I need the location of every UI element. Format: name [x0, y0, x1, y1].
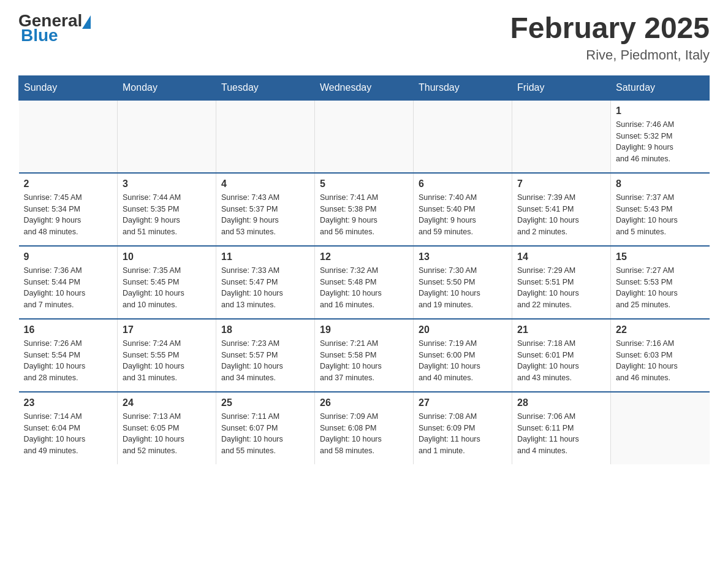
- calendar-cell: 22Sunrise: 7:16 AM Sunset: 6:03 PM Dayli…: [611, 319, 710, 392]
- title-section: February 2025 Rive, Piedmont, Italy: [510, 12, 710, 63]
- calendar-cell: [118, 100, 216, 173]
- day-number: 11: [221, 251, 309, 262]
- day-info: Sunrise: 7:35 AM Sunset: 5:45 PM Dayligh…: [123, 265, 211, 311]
- day-number: 16: [24, 324, 113, 335]
- day-number: 9: [24, 251, 113, 262]
- calendar-cell: 14Sunrise: 7:29 AM Sunset: 5:51 PM Dayli…: [512, 246, 611, 319]
- day-number: 28: [517, 397, 605, 408]
- calendar-cell: 18Sunrise: 7:23 AM Sunset: 5:57 PM Dayli…: [216, 319, 315, 392]
- calendar-cell: 28Sunrise: 7:06 AM Sunset: 6:11 PM Dayli…: [512, 392, 611, 464]
- calendar-cell: 23Sunrise: 7:14 AM Sunset: 6:04 PM Dayli…: [19, 392, 118, 464]
- calendar-subtitle: Rive, Piedmont, Italy: [510, 47, 710, 63]
- calendar-cell: [512, 100, 611, 173]
- calendar-cell: 8Sunrise: 7:37 AM Sunset: 5:43 PM Daylig…: [611, 173, 710, 246]
- calendar-cell: [216, 100, 315, 173]
- calendar-cell: 4Sunrise: 7:43 AM Sunset: 5:37 PM Daylig…: [216, 173, 315, 246]
- day-number: 10: [123, 251, 211, 262]
- calendar-cell: 21Sunrise: 7:18 AM Sunset: 6:01 PM Dayli…: [512, 319, 611, 392]
- weekday-header-thursday: Thursday: [414, 75, 512, 100]
- day-info: Sunrise: 7:41 AM Sunset: 5:38 PM Dayligh…: [320, 192, 408, 238]
- calendar-cell: 20Sunrise: 7:19 AM Sunset: 6:00 PM Dayli…: [414, 319, 512, 392]
- calendar-cell: 6Sunrise: 7:40 AM Sunset: 5:40 PM Daylig…: [414, 173, 512, 246]
- day-number: 17: [123, 324, 211, 335]
- day-number: 15: [616, 251, 705, 262]
- calendar-cell: 16Sunrise: 7:26 AM Sunset: 5:54 PM Dayli…: [19, 319, 118, 392]
- calendar-cell: [315, 100, 414, 173]
- day-info: Sunrise: 7:29 AM Sunset: 5:51 PM Dayligh…: [517, 265, 605, 311]
- day-info: Sunrise: 7:23 AM Sunset: 5:57 PM Dayligh…: [221, 338, 309, 384]
- calendar-cell: 5Sunrise: 7:41 AM Sunset: 5:38 PM Daylig…: [315, 173, 414, 246]
- day-number: 13: [419, 251, 507, 262]
- weekday-header-monday: Monday: [118, 75, 216, 100]
- day-info: Sunrise: 7:37 AM Sunset: 5:43 PM Dayligh…: [616, 192, 705, 238]
- calendar-cell: 3Sunrise: 7:44 AM Sunset: 5:35 PM Daylig…: [118, 173, 216, 246]
- day-info: Sunrise: 7:08 AM Sunset: 6:09 PM Dayligh…: [419, 411, 507, 457]
- calendar-cell: 25Sunrise: 7:11 AM Sunset: 6:07 PM Dayli…: [216, 392, 315, 464]
- week-row-2: 2Sunrise: 7:45 AM Sunset: 5:34 PM Daylig…: [19, 173, 710, 246]
- day-info: Sunrise: 7:19 AM Sunset: 6:00 PM Dayligh…: [419, 338, 507, 384]
- day-number: 3: [123, 178, 211, 190]
- day-number: 5: [320, 178, 408, 190]
- day-info: Sunrise: 7:39 AM Sunset: 5:41 PM Dayligh…: [517, 192, 605, 238]
- day-number: 18: [221, 324, 309, 335]
- day-info: Sunrise: 7:30 AM Sunset: 5:50 PM Dayligh…: [419, 265, 507, 311]
- weekday-header-tuesday: Tuesday: [216, 75, 315, 100]
- day-number: 12: [320, 251, 408, 262]
- calendar-cell: 9Sunrise: 7:36 AM Sunset: 5:44 PM Daylig…: [19, 246, 118, 319]
- day-number: 2: [24, 178, 113, 190]
- calendar-cell: 11Sunrise: 7:33 AM Sunset: 5:47 PM Dayli…: [216, 246, 315, 319]
- day-number: 14: [517, 251, 605, 262]
- day-number: 27: [419, 397, 507, 408]
- day-info: Sunrise: 7:14 AM Sunset: 6:04 PM Dayligh…: [24, 411, 113, 457]
- calendar-cell: 1Sunrise: 7:46 AM Sunset: 5:32 PM Daylig…: [611, 100, 710, 173]
- day-info: Sunrise: 7:09 AM Sunset: 6:08 PM Dayligh…: [320, 411, 408, 457]
- day-info: Sunrise: 7:27 AM Sunset: 5:53 PM Dayligh…: [616, 265, 705, 311]
- day-number: 8: [616, 178, 705, 190]
- calendar-cell: [611, 392, 710, 464]
- day-number: 6: [419, 178, 507, 190]
- calendar-table: SundayMondayTuesdayWednesdayThursdayFrid…: [18, 75, 710, 464]
- logo-blue: Blue: [21, 27, 58, 44]
- calendar-cell: 19Sunrise: 7:21 AM Sunset: 5:58 PM Dayli…: [315, 319, 414, 392]
- day-number: 24: [123, 397, 211, 408]
- day-info: Sunrise: 7:44 AM Sunset: 5:35 PM Dayligh…: [123, 192, 211, 238]
- day-info: Sunrise: 7:43 AM Sunset: 5:37 PM Dayligh…: [221, 192, 309, 238]
- day-info: Sunrise: 7:16 AM Sunset: 6:03 PM Dayligh…: [616, 338, 705, 384]
- weekday-header-friday: Friday: [512, 75, 611, 100]
- day-info: Sunrise: 7:21 AM Sunset: 5:58 PM Dayligh…: [320, 338, 408, 384]
- day-info: Sunrise: 7:46 AM Sunset: 5:32 PM Dayligh…: [616, 119, 705, 165]
- page-header: General Blue February 2025 Rive, Piedmon…: [18, 12, 710, 63]
- weekday-header-wednesday: Wednesday: [315, 75, 414, 100]
- day-info: Sunrise: 7:32 AM Sunset: 5:48 PM Dayligh…: [320, 265, 408, 311]
- weekday-header-row: SundayMondayTuesdayWednesdayThursdayFrid…: [19, 75, 710, 100]
- calendar-cell: 26Sunrise: 7:09 AM Sunset: 6:08 PM Dayli…: [315, 392, 414, 464]
- calendar-body: 1Sunrise: 7:46 AM Sunset: 5:32 PM Daylig…: [19, 100, 710, 464]
- calendar-cell: [414, 100, 512, 173]
- day-number: 7: [517, 178, 605, 190]
- day-info: Sunrise: 7:18 AM Sunset: 6:01 PM Dayligh…: [517, 338, 605, 384]
- calendar-title: February 2025: [510, 12, 710, 45]
- week-row-5: 23Sunrise: 7:14 AM Sunset: 6:04 PM Dayli…: [19, 392, 710, 464]
- day-info: Sunrise: 7:45 AM Sunset: 5:34 PM Dayligh…: [24, 192, 113, 238]
- calendar-cell: 27Sunrise: 7:08 AM Sunset: 6:09 PM Dayli…: [414, 392, 512, 464]
- day-number: 21: [517, 324, 605, 335]
- day-info: Sunrise: 7:24 AM Sunset: 5:55 PM Dayligh…: [123, 338, 211, 384]
- day-info: Sunrise: 7:40 AM Sunset: 5:40 PM Dayligh…: [419, 192, 507, 238]
- day-number: 4: [221, 178, 309, 190]
- calendar-cell: 12Sunrise: 7:32 AM Sunset: 5:48 PM Dayli…: [315, 246, 414, 319]
- calendar-cell: 10Sunrise: 7:35 AM Sunset: 5:45 PM Dayli…: [118, 246, 216, 319]
- week-row-4: 16Sunrise: 7:26 AM Sunset: 5:54 PM Dayli…: [19, 319, 710, 392]
- day-number: 25: [221, 397, 309, 408]
- calendar-cell: 13Sunrise: 7:30 AM Sunset: 5:50 PM Dayli…: [414, 246, 512, 319]
- day-info: Sunrise: 7:13 AM Sunset: 6:05 PM Dayligh…: [123, 411, 211, 457]
- calendar-cell: 2Sunrise: 7:45 AM Sunset: 5:34 PM Daylig…: [19, 173, 118, 246]
- day-info: Sunrise: 7:11 AM Sunset: 6:07 PM Dayligh…: [221, 411, 309, 457]
- calendar-cell: 15Sunrise: 7:27 AM Sunset: 5:53 PM Dayli…: [611, 246, 710, 319]
- calendar-cell: 7Sunrise: 7:39 AM Sunset: 5:41 PM Daylig…: [512, 173, 611, 246]
- weekday-header-sunday: Sunday: [19, 75, 118, 100]
- calendar-cell: 17Sunrise: 7:24 AM Sunset: 5:55 PM Dayli…: [118, 319, 216, 392]
- calendar-cell: [19, 100, 118, 173]
- week-row-3: 9Sunrise: 7:36 AM Sunset: 5:44 PM Daylig…: [19, 246, 710, 319]
- day-info: Sunrise: 7:33 AM Sunset: 5:47 PM Dayligh…: [221, 265, 309, 311]
- logo: General Blue: [18, 12, 91, 44]
